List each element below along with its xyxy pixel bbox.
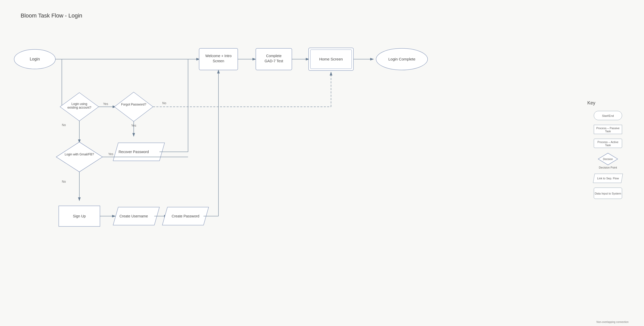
- svg-text:No: No: [62, 123, 66, 127]
- svg-text:Create Password: Create Password: [172, 214, 199, 218]
- key-shape-passive: Process – Passive Task: [594, 125, 622, 134]
- svg-text:existing account?: existing account?: [67, 106, 91, 109]
- key-label-oval: Start/End: [602, 114, 614, 117]
- key-shape-oval: Start/End: [594, 111, 622, 120]
- svg-text:Complete: Complete: [266, 54, 282, 58]
- svg-text:Create Username: Create Username: [120, 214, 148, 218]
- key-item-passive: Process – Passive Task: [587, 125, 629, 134]
- key-item-active: Process – Active Task: [587, 139, 629, 148]
- svg-text:GAD-7 Test: GAD-7 Test: [265, 59, 283, 63]
- svg-marker-39: [56, 142, 103, 172]
- key-section: Key Start/End Process – Passive Task Pro…: [587, 100, 629, 204]
- key-item-start-end: Start/End: [587, 111, 629, 120]
- svg-text:Login using: Login using: [71, 102, 87, 106]
- key-shape-parallel: Link to Sep. Flow: [593, 174, 623, 183]
- key-title: Key: [587, 100, 629, 106]
- svg-text:Login: Login: [30, 57, 40, 61]
- svg-text:Login with Gmail/FB?: Login with Gmail/FB?: [65, 153, 94, 156]
- key-label-decision: Decision Point: [599, 166, 617, 169]
- svg-text:Decision: Decision: [603, 158, 613, 161]
- key-shape-diamond-svg: Decision: [598, 153, 618, 165]
- svg-text:No: No: [62, 180, 66, 183]
- flowchart: Login Welcome + Intro Screen Complete GA…: [0, 0, 644, 326]
- key-shape-cylinder: Data Input to System: [594, 188, 622, 199]
- svg-text:No: No: [162, 101, 166, 105]
- svg-marker-26: [114, 92, 153, 121]
- key-label-passive: Process – Passive Task: [594, 126, 622, 133]
- svg-text:Home Screen: Home Screen: [319, 57, 343, 61]
- svg-text:Screen: Screen: [213, 59, 224, 63]
- key-label-active: Process – Active Task: [594, 140, 622, 147]
- key-label-data: Data Input to System: [594, 191, 622, 196]
- svg-text:Welcome + Intro: Welcome + Intro: [205, 54, 232, 58]
- key-shape-active: Process – Active Task: [594, 139, 622, 148]
- svg-text:Yes: Yes: [108, 152, 113, 156]
- svg-text:Login Complete: Login Complete: [388, 57, 415, 61]
- svg-text:Sign Up: Sign Up: [73, 214, 86, 218]
- svg-text:Forgot Password?: Forgot Password?: [121, 103, 146, 106]
- key-item-data: Data Input to System: [587, 188, 629, 199]
- key-item-separate: Link to Sep. Flow: [587, 174, 629, 183]
- footer-note: Non-overlapping connection: [596, 321, 629, 323]
- svg-text:Yes: Yes: [103, 102, 108, 106]
- svg-text:Recover Password: Recover Password: [118, 150, 149, 154]
- key-item-decision: Decision Decision Point: [587, 153, 629, 169]
